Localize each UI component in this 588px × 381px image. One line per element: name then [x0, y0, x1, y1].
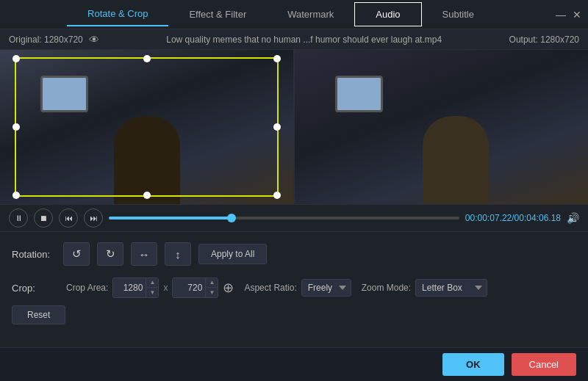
width-input-wrap: ▲ ▼: [112, 277, 159, 298]
crop-label: Crop:: [12, 283, 56, 294]
tv-screen-right: [335, 76, 383, 112]
progress-thumb[interactable]: [227, 214, 236, 222]
crop-frame[interactable]: [15, 57, 279, 197]
minimize-button[interactable]: —: [556, 10, 566, 20]
crop-height-input[interactable]: [173, 280, 205, 296]
zoom-mode-label: Zoom Mode:: [362, 283, 411, 293]
reset-button[interactable]: Reset: [12, 305, 65, 324]
crop-area-group: Crop Area: ▲ ▼ x ▲ ▼ ⊕: [66, 277, 234, 298]
crop-row: Crop: Crop Area: ▲ ▼ x ▲ ▼ ⊕ Aspect Rat: [12, 277, 576, 298]
original-size-label: Original: 1280x720: [9, 35, 83, 45]
tab-watermark[interactable]: Watermark: [267, 3, 354, 26]
crop-handle-bottom-right[interactable]: [273, 192, 281, 199]
person-silhouette-right: [423, 116, 489, 204]
crop-handle-top-left[interactable]: [12, 55, 20, 62]
tab-bar: Rotate & Crop Effect & Filter Watermark …: [6, 2, 556, 26]
tab-subtitle[interactable]: Subtitle: [422, 3, 495, 26]
preview-right: [295, 50, 588, 204]
height-input-wrap: ▲ ▼: [172, 277, 218, 298]
volume-icon[interactable]: 🔊: [567, 212, 579, 224]
height-spin-buttons: ▲ ▼: [205, 278, 218, 297]
aspect-ratio-select[interactable]: Freely 16:9 4:3 1:1 9:16: [301, 279, 351, 297]
flip-horizontal-icon: ↔: [139, 248, 150, 261]
apply-to-all-button[interactable]: Apply to All: [198, 244, 267, 264]
zoom-mode-select[interactable]: Letter Box Pan & Scan Full: [415, 279, 487, 297]
crop-handle-bottom-left[interactable]: [12, 192, 20, 199]
width-spin-down[interactable]: ▼: [146, 288, 158, 297]
rotate-left-icon: ↺: [72, 247, 82, 261]
progress-track[interactable]: [109, 217, 459, 219]
cancel-button[interactable]: Cancel: [512, 353, 576, 376]
output-size-label: Output: 1280x720: [509, 35, 579, 45]
aspect-ratio-group: Aspect Ratio: Freely 16:9 4:3 1:1 9:16: [244, 279, 351, 297]
rotate-right-button[interactable]: ↻: [97, 242, 123, 266]
crop-handle-bottom-center[interactable]: [143, 192, 151, 199]
tab-audio[interactable]: Audio: [354, 2, 421, 26]
zoom-mode-group: Zoom Mode: Letter Box Pan & Scan Full: [362, 279, 487, 297]
tab-effect-filter[interactable]: Effect & Filter: [168, 3, 267, 26]
rotation-row: Rotation: ↺ ↻ ↔ ↕ Apply to All: [12, 242, 576, 266]
controls-bar: ⏸ ⏹ ⏮ ⏭ 00:00:07.22/00:04:06.18 🔊: [0, 204, 588, 232]
total-time: 00:04:06.18: [514, 213, 561, 223]
stop-button[interactable]: ⏹: [34, 208, 53, 228]
width-spin-up[interactable]: ▲: [146, 278, 158, 288]
progress-fill: [109, 217, 232, 219]
flip-horizontal-button[interactable]: ↔: [131, 242, 157, 266]
crop-handle-top-center[interactable]: [143, 55, 151, 62]
crop-area-label: Crop Area:: [66, 283, 108, 293]
rotate-right-icon: ↻: [106, 247, 115, 261]
ok-button[interactable]: OK: [442, 353, 504, 376]
preview-left: [0, 50, 293, 204]
current-time: 00:00:07.22: [465, 213, 512, 223]
rotate-left-button[interactable]: ↺: [63, 242, 90, 266]
height-spin-up[interactable]: ▲: [206, 278, 218, 288]
info-bar: Original: 1280x720 👁 Low quality memes t…: [0, 29, 588, 50]
width-spin-buttons: ▲ ▼: [146, 278, 158, 297]
pause-button[interactable]: ⏸: [9, 208, 28, 228]
time-display: 00:00:07.22/00:04:06.18: [465, 213, 561, 223]
title-bar: Rotate & Crop Effect & Filter Watermark …: [0, 0, 588, 29]
window-controls: — ✕: [556, 10, 582, 20]
crop-handle-middle-right[interactable]: [273, 123, 281, 131]
close-button[interactable]: ✕: [572, 10, 582, 20]
preview-area: [0, 50, 588, 204]
prev-button[interactable]: ⏮: [59, 208, 78, 228]
flip-vertical-button[interactable]: ↕: [165, 242, 191, 266]
flip-vertical-icon: ↕: [175, 248, 181, 261]
video-frame-right: [295, 50, 588, 204]
crop-width-input[interactable]: [113, 280, 146, 296]
footer: OK Cancel: [0, 347, 588, 381]
crop-handle-middle-left[interactable]: [12, 123, 20, 131]
tab-rotate-crop[interactable]: Rotate & Crop: [67, 2, 168, 26]
aspect-ratio-label: Aspect Ratio:: [244, 283, 296, 293]
crop-handle-top-right[interactable]: [273, 55, 281, 62]
filename-label: Low quality memes that no human ...f hum…: [99, 35, 509, 45]
visibility-icon[interactable]: 👁: [89, 34, 99, 46]
next-button[interactable]: ⏭: [84, 208, 103, 228]
original-info: Original: 1280x720 👁: [9, 34, 99, 46]
rotation-label: Rotation:: [12, 249, 56, 260]
height-spin-down[interactable]: ▼: [206, 288, 218, 297]
size-separator: x: [163, 283, 168, 293]
center-crop-icon[interactable]: ⊕: [223, 280, 234, 296]
bottom-panel: Rotation: ↺ ↻ ↔ ↕ Apply to All Crop: Cro…: [0, 232, 588, 332]
